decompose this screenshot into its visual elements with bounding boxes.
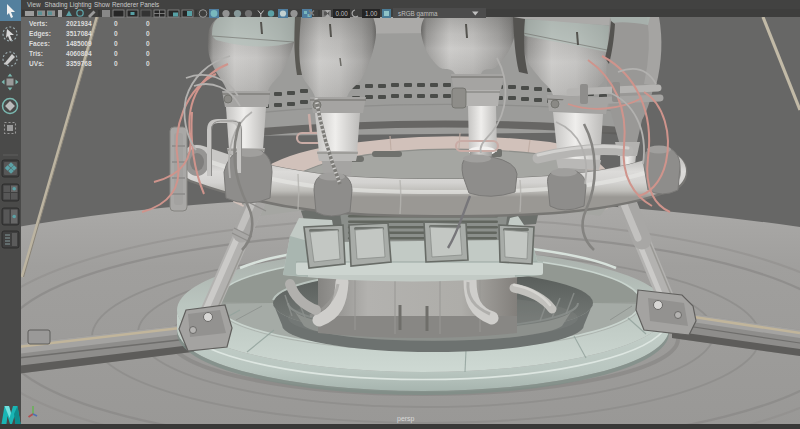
svg-text:0: 0 — [146, 30, 150, 37]
svg-text:0: 0 — [114, 30, 118, 37]
svg-text:persp: persp — [397, 415, 415, 423]
svg-text:Edges:: Edges: — [29, 30, 51, 38]
svg-text:0: 0 — [114, 20, 118, 27]
svg-text:Faces:: Faces: — [29, 40, 50, 47]
svg-text:Show: Show — [94, 1, 110, 8]
svg-text:0: 0 — [114, 60, 118, 67]
svg-text:3359768: 3359768 — [66, 60, 92, 67]
svg-text:2021934: 2021934 — [66, 20, 92, 27]
svg-text:View: View — [27, 1, 41, 8]
svg-text:1485009: 1485009 — [66, 40, 92, 47]
svg-text:0: 0 — [114, 40, 118, 47]
svg-text:0: 0 — [146, 20, 150, 27]
svg-text:0: 0 — [146, 50, 150, 57]
svg-text:Lighting: Lighting — [70, 1, 93, 9]
svg-text:0: 0 — [146, 40, 150, 47]
svg-text:3517084: 3517084 — [66, 30, 92, 37]
svg-text:Shading: Shading — [45, 1, 69, 9]
svg-text:Renderer: Renderer — [112, 1, 138, 8]
svg-text:sRGB gamma: sRGB gamma — [398, 10, 438, 18]
svg-text:0: 0 — [114, 50, 118, 57]
svg-text:UVs:: UVs: — [29, 60, 44, 67]
svg-text:Panels: Panels — [140, 1, 159, 8]
svg-text:Tris:: Tris: — [29, 50, 43, 57]
svg-text:0: 0 — [146, 60, 150, 67]
svg-text:0.00: 0.00 — [336, 10, 349, 17]
svg-text:Verts:: Verts: — [29, 20, 47, 27]
svg-text:4060804: 4060804 — [66, 50, 92, 57]
svg-text:1.00: 1.00 — [365, 10, 378, 17]
